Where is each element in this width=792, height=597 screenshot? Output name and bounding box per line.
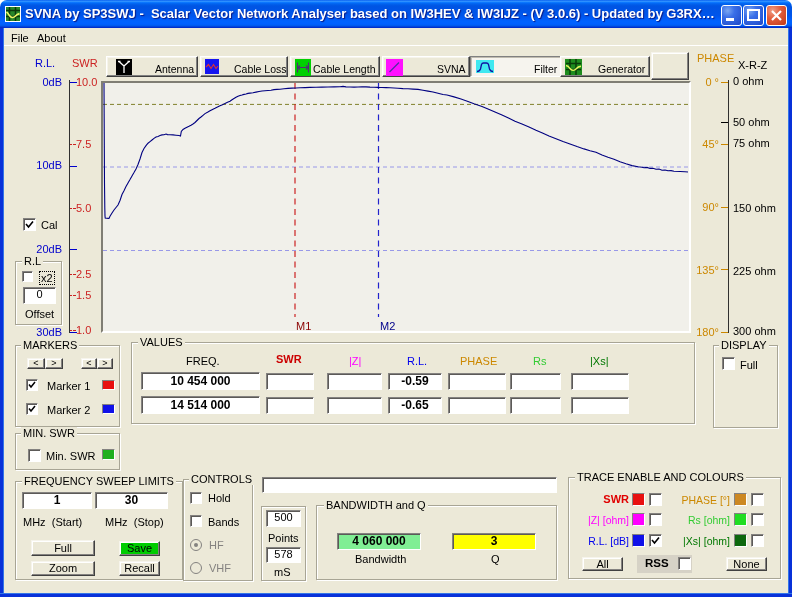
svg-text:M1: M1: [296, 320, 311, 331]
svg-text:M2: M2: [380, 320, 395, 331]
